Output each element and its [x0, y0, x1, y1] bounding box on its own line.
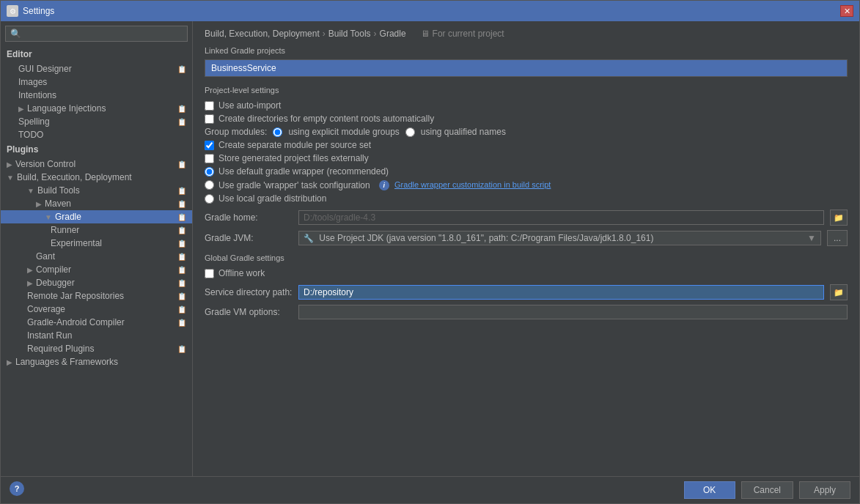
window-title: Settings: [23, 6, 54, 16]
sidebar: 🔍 Editor GUI Designer 📋 Images Intention…: [1, 21, 193, 476]
sidebar-item-instant-run[interactable]: Instant Run: [1, 329, 192, 342]
for-project-label: For current project: [433, 29, 504, 39]
expand-arrow-open-icon: ▼: [27, 187, 34, 195]
info-icon[interactable]: i: [379, 180, 389, 190]
explicit-module-label: using explicit module groups: [288, 127, 399, 137]
default-wrapper-label: Use default gradle wrapper (recommended): [218, 166, 389, 177]
explicit-module-groups-radio[interactable]: [273, 127, 282, 137]
copy-icon: 📋: [177, 319, 186, 327]
ok-button[interactable]: OK: [684, 481, 735, 499]
sidebar-item-coverage[interactable]: Coverage 📋: [1, 303, 192, 316]
sidebar-item-build-tools[interactable]: ▼ Build Tools 📋: [1, 184, 192, 197]
footer: ? OK Cancel Apply: [1, 476, 859, 503]
gradle-home-input[interactable]: [298, 210, 824, 225]
sidebar-item-debugger[interactable]: ▶ Debugger 📋: [1, 276, 192, 289]
copy-icon: 📋: [177, 187, 186, 195]
sidebar-item-experimental[interactable]: Experimental 📋: [1, 237, 192, 250]
linked-projects-box: BusinessService: [205, 59, 848, 77]
search-box[interactable]: 🔍: [5, 26, 188, 42]
copy-icon: 📋: [177, 305, 186, 314]
expand-arrow-icon: ▶: [27, 266, 33, 274]
gradle-home-label: Gradle home:: [205, 212, 293, 223]
global-settings-group: Offline work Service directory path: 📁 G…: [205, 267, 848, 319]
sidebar-item-version-control[interactable]: ▶ Version Control 📋: [1, 158, 192, 171]
store-generated-row: Store generated project files externally: [205, 152, 848, 165]
sidebar-item-compiler[interactable]: ▶ Compiler 📋: [1, 263, 192, 276]
local-gradle-radio[interactable]: [205, 194, 214, 204]
jdk-icon: 🔧: [304, 234, 314, 242]
sidebar-item-intentions[interactable]: Intentions: [1, 89, 192, 102]
local-gradle-label: Use local gradle distribution: [218, 193, 326, 204]
gradle-jvm-value: Use Project JDK (java version "1.8.0_161…: [319, 233, 653, 243]
gradle-vm-input[interactable]: [298, 305, 848, 319]
sidebar-item-gant[interactable]: Gant 📋: [1, 250, 192, 263]
group-modules-row: Group modules: using explicit module gro…: [205, 125, 848, 138]
sidebar-item-images[interactable]: Images: [1, 75, 192, 89]
service-dir-browse-button[interactable]: 📁: [830, 284, 848, 300]
sidebar-item-gradle-android[interactable]: Gradle-Android Compiler 📋: [1, 316, 192, 329]
search-input[interactable]: [24, 29, 183, 39]
global-gradle-label: Global Gradle settings: [205, 253, 848, 262]
gradle-vm-label: Gradle VM options:: [205, 307, 293, 317]
service-dir-input[interactable]: [298, 285, 824, 300]
create-dirs-row: Create directories for empty content roo…: [205, 112, 848, 125]
copy-icon: 📋: [177, 200, 186, 208]
titlebar: ⚙ Settings ✕: [1, 1, 859, 21]
breadcrumb: Build, Execution, Deployment › Build Too…: [193, 21, 859, 43]
sidebar-item-runner[interactable]: Runner 📋: [1, 223, 192, 237]
sidebar-item-languages-frameworks[interactable]: ▶ Languages & Frameworks: [1, 355, 192, 368]
use-auto-import-checkbox[interactable]: [205, 101, 214, 111]
close-button[interactable]: ✕: [840, 5, 853, 17]
main-panel: Build, Execution, Deployment › Build Too…: [193, 21, 859, 476]
copy-icon: 📋: [177, 226, 186, 234]
offline-work-checkbox[interactable]: [205, 269, 214, 278]
sidebar-item-gui-designer[interactable]: GUI Designer 📋: [1, 62, 192, 75]
qualified-names-radio[interactable]: [405, 127, 415, 137]
settings-icon: ⚙: [7, 5, 18, 17]
search-icon: 🔍: [10, 29, 21, 39]
store-generated-checkbox[interactable]: [205, 154, 214, 163]
copy-icon: 📋: [177, 213, 186, 221]
use-wrapper-task-row: Use gradle 'wrapper' task configuration …: [205, 178, 848, 192]
main-scroll: Linked Gradle projects BusinessService P…: [193, 43, 859, 476]
gradle-jvm-extra-button[interactable]: ...: [827, 230, 848, 246]
create-separate-module-row: Create separate module per source set: [205, 138, 848, 152]
gradle-home-browse-button[interactable]: 📁: [830, 210, 848, 226]
group-modules-label: Group modules:: [205, 127, 267, 137]
wrapper-customization-link[interactable]: Gradle wrapper customization in build sc…: [394, 180, 551, 189]
sidebar-item-language-injections[interactable]: ▶ Language Injections 📋: [1, 102, 192, 115]
copy-icon: 📋: [177, 160, 186, 168]
sidebar-item-maven[interactable]: ▶ Maven 📋: [1, 197, 192, 210]
sidebar-item-gradle[interactable]: ▼ Gradle 📋: [1, 210, 192, 223]
sidebar-item-remote-jar[interactable]: Remote Jar Repositories 📋: [1, 289, 192, 303]
use-default-wrapper-row: Use default gradle wrapper (recommended): [205, 165, 848, 178]
sidebar-item-build-exec-deploy[interactable]: ▼ Build, Execution, Deployment: [1, 171, 192, 184]
breadcrumb-part2: Build Tools: [328, 29, 371, 39]
monitor-icon: 🖥: [421, 29, 430, 39]
sidebar-item-required-plugins[interactable]: Required Plugins 📋: [1, 342, 192, 355]
dropdown-arrow-icon: ▼: [807, 233, 816, 243]
offline-work-row: Offline work: [205, 267, 848, 280]
help-button[interactable]: ?: [10, 481, 24, 496]
create-separate-module-checkbox[interactable]: [205, 141, 214, 150]
use-auto-import-label: Use auto-import: [218, 100, 281, 111]
create-dirs-label: Create directories for empty content roo…: [218, 114, 434, 124]
create-dirs-checkbox[interactable]: [205, 114, 214, 124]
apply-button[interactable]: Apply: [799, 481, 850, 499]
copy-icon: 📋: [177, 240, 186, 248]
breadcrumb-sep2: ›: [374, 29, 377, 39]
expand-arrow-icon: ▶: [18, 105, 24, 113]
sidebar-item-todo[interactable]: TODO: [1, 128, 192, 141]
sidebar-item-spelling[interactable]: Spelling 📋: [1, 115, 192, 128]
store-generated-label: Store generated project files externally: [218, 153, 369, 163]
cancel-button[interactable]: Cancel: [741, 481, 793, 499]
gradle-home-row: Gradle home: 📁: [205, 210, 848, 226]
project-item-business-service[interactable]: BusinessService: [205, 60, 847, 76]
gradle-vm-row: Gradle VM options:: [205, 305, 848, 319]
service-dir-row: Service directory path: 📁: [205, 284, 848, 300]
wrapper-task-label: Use gradle 'wrapper' task configuration: [218, 180, 370, 190]
gradle-jvm-select[interactable]: 🔧 Use Project JDK (java version "1.8.0_1…: [298, 231, 821, 245]
wrapper-task-radio[interactable]: [205, 180, 214, 190]
titlebar-left: ⚙ Settings: [7, 5, 54, 17]
default-wrapper-radio[interactable]: [205, 167, 214, 177]
